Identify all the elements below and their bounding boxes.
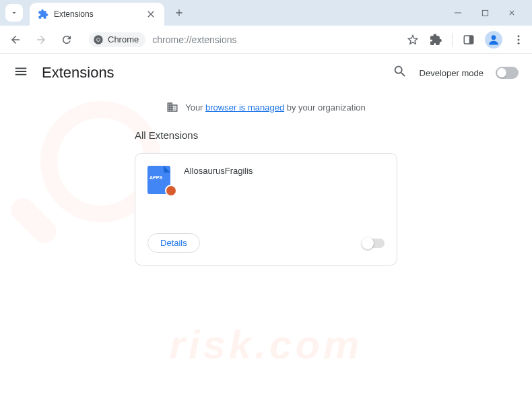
building-icon (166, 101, 178, 113)
menu-button[interactable] (512, 33, 525, 46)
reload-icon (61, 34, 73, 46)
page-title: Extensions (42, 64, 114, 82)
extensions-button[interactable] (429, 33, 442, 46)
extension-icon-text: APPS (149, 175, 162, 180)
managed-banner: Your browser is managed by your organiza… (0, 92, 532, 123)
reload-button[interactable] (58, 31, 75, 49)
toggle-thumb (497, 68, 506, 77)
developer-mode-label: Developer mode (420, 68, 484, 78)
arrow-back-icon (9, 34, 22, 46)
close-icon (508, 9, 516, 17)
extension-icon: APPS (147, 166, 173, 194)
chevron-down-icon (10, 9, 18, 17)
extension-toggle-thumb (362, 237, 374, 249)
extension-icon-badge (165, 185, 177, 197)
profile-avatar[interactable] (485, 31, 502, 49)
svg-rect-1 (482, 10, 488, 15)
star-icon (406, 33, 420, 46)
hamburger-menu[interactable] (13, 64, 28, 82)
search-icon (393, 64, 407, 79)
svg-point-10 (518, 42, 520, 44)
panel-icon (463, 34, 475, 46)
forward-button[interactable] (32, 31, 50, 49)
new-tab-button[interactable] (170, 3, 189, 22)
svg-point-8 (518, 35, 520, 37)
extension-toggle[interactable] (362, 239, 385, 248)
sidepanel-button[interactable] (462, 33, 475, 46)
chrome-icon (93, 34, 104, 45)
maximize-button[interactable] (478, 6, 492, 20)
search-extensions-button[interactable] (393, 64, 407, 82)
details-button[interactable]: Details (147, 233, 200, 253)
svg-point-4 (97, 38, 100, 41)
puzzle-icon (430, 34, 442, 46)
url-text: chrome://extensions (152, 34, 236, 45)
plus-icon (174, 7, 185, 18)
developer-mode-toggle[interactable] (496, 67, 519, 79)
managed-text-suffix: by your organization (284, 102, 366, 113)
svg-point-9 (518, 38, 520, 40)
extension-card: APPS AllosaurusFragilis Details (135, 153, 397, 266)
svg-rect-6 (469, 36, 473, 44)
address-bar[interactable]: Chrome chrome://extensions (89, 32, 393, 47)
maximize-icon (481, 9, 489, 17)
close-tab-icon[interactable] (145, 9, 156, 20)
menu-icon (13, 64, 28, 79)
extension-puzzle-icon (38, 9, 48, 20)
close-window-button[interactable] (505, 6, 519, 20)
browser-tab[interactable]: Extensions (30, 3, 164, 26)
section-title: All Extensions (135, 129, 397, 141)
bookmark-button[interactable] (406, 33, 420, 46)
managed-link[interactable]: browser is managed (205, 102, 284, 113)
dots-vertical-icon (512, 34, 525, 46)
person-icon (487, 33, 500, 46)
toolbar-divider (452, 33, 453, 46)
extension-name: AllosaurusFragilis (184, 166, 253, 220)
minimize-button[interactable] (451, 6, 465, 20)
chrome-chip-label: Chrome (108, 34, 139, 44)
arrow-forward-icon (35, 34, 47, 46)
svg-rect-0 (455, 13, 461, 13)
minimize-icon (454, 9, 462, 17)
tab-search-button[interactable] (5, 4, 23, 22)
svg-point-7 (492, 35, 496, 40)
chrome-chip: Chrome (89, 32, 145, 47)
managed-text-prefix: Your (185, 102, 205, 113)
tab-title: Extensions (54, 9, 140, 19)
back-button[interactable] (7, 31, 24, 49)
